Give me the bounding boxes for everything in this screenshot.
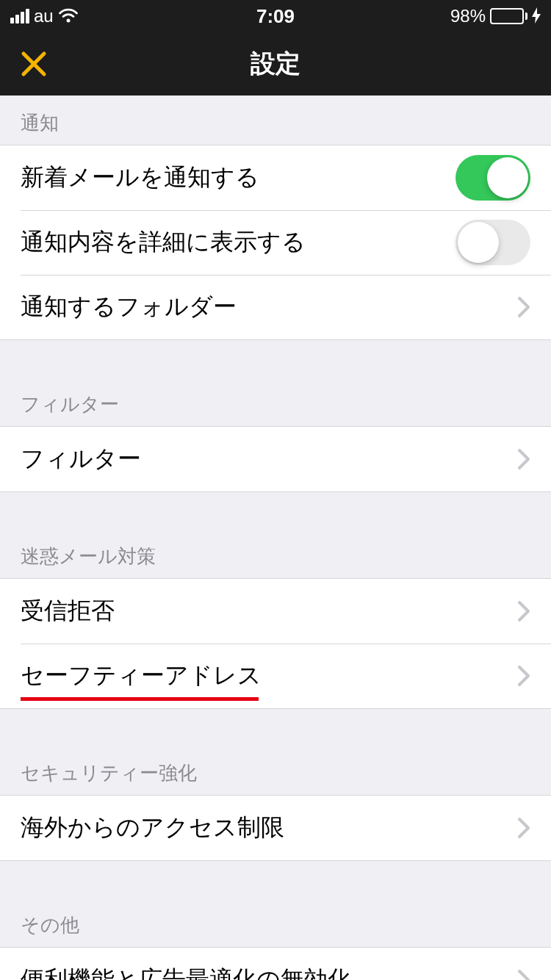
status-left: au [10, 6, 79, 26]
nav-bar: 設定 [0, 32, 551, 96]
cell-label: 新着メールを通知する [21, 162, 455, 194]
section-header: セキュリティー強化 [0, 709, 551, 795]
cell-group: 受信拒否セーフティーアドレス [0, 578, 551, 709]
settings-cell[interactable]: 新着メールを通知する [0, 145, 551, 210]
cell-label: セーフティーアドレス [21, 660, 517, 692]
cell-group: 便利機能と広告最適化の無効化 [0, 947, 551, 980]
charging-icon [532, 7, 541, 26]
cell-label: 受信拒否 [21, 595, 517, 627]
chevron-right-icon [517, 665, 530, 687]
cell-group: 海外からのアクセス制限 [0, 795, 551, 861]
section-header: その他 [0, 861, 551, 947]
toggle-switch[interactable] [455, 220, 530, 265]
cell-label: 通知内容を詳細に表示する [21, 226, 455, 259]
signal-icon [10, 9, 29, 24]
chevron-right-icon [517, 296, 530, 318]
chevron-right-icon [517, 600, 530, 622]
status-right: 98% [450, 6, 541, 26]
close-button[interactable] [19, 49, 48, 79]
cell-label: 海外からのアクセス制限 [21, 812, 517, 844]
settings-cell[interactable]: セーフティーアドレス [0, 644, 551, 708]
highlight-underline [21, 697, 259, 701]
settings-cell[interactable]: 便利機能と広告最適化の無効化 [0, 948, 551, 980]
settings-cell[interactable]: 通知内容を詳細に表示する [0, 210, 551, 275]
cell-label: フィルター [21, 443, 517, 475]
chevron-right-icon [517, 817, 530, 839]
cell-group: 新着メールを通知する通知内容を詳細に表示する通知するフォルダー [0, 145, 551, 340]
settings-cell[interactable]: 受信拒否 [0, 579, 551, 644]
battery-pct: 98% [450, 6, 486, 26]
cell-label: 便利機能と広告最適化の無効化 [21, 964, 517, 980]
clock: 7:09 [256, 5, 295, 28]
section-header: 迷惑メール対策 [0, 492, 551, 578]
chevron-right-icon [517, 969, 530, 980]
cell-label: 通知するフォルダー [21, 291, 517, 323]
carrier-label: au [34, 6, 54, 26]
settings-cell[interactable]: 海外からのアクセス制限 [0, 796, 551, 860]
battery-icon [490, 8, 527, 24]
settings-cell[interactable]: フィルター [0, 427, 551, 491]
toggle-switch[interactable] [455, 155, 530, 201]
chevron-right-icon [517, 448, 530, 470]
wifi-icon [58, 8, 79, 24]
status-bar: au 7:09 98% [0, 0, 551, 32]
section-header: 通知 [0, 96, 551, 145]
page-title: 設定 [251, 47, 300, 81]
cell-group: フィルター [0, 426, 551, 492]
settings-list: 通知新着メールを通知する通知内容を詳細に表示する通知するフォルダーフィルターフィ… [0, 96, 551, 980]
settings-cell[interactable]: 通知するフォルダー [0, 275, 551, 339]
section-header: フィルター [0, 340, 551, 426]
